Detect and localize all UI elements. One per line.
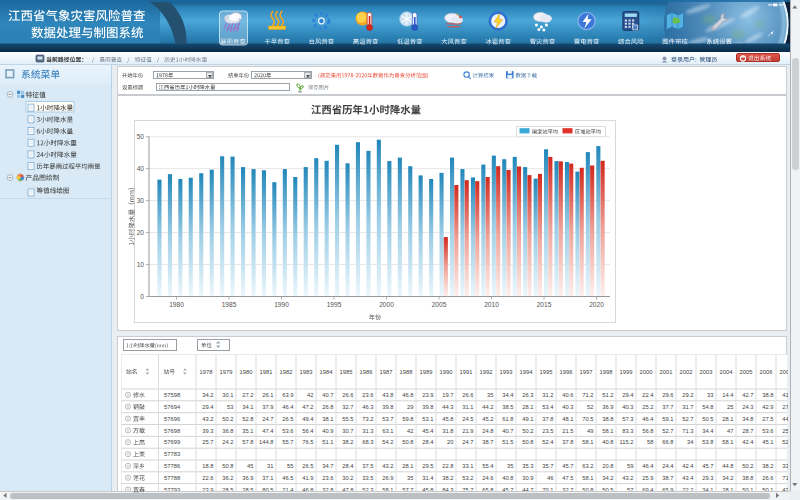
svg-text:43.8: 43.8 — [382, 392, 393, 398]
svg-text:63.2: 63.2 — [582, 463, 593, 469]
svg-text:41.2: 41.2 — [782, 392, 788, 398]
svg-text:2000: 2000 — [379, 301, 394, 308]
svg-text:34.7: 34.7 — [322, 463, 333, 469]
svg-text:36.2: 36.2 — [222, 475, 233, 481]
svg-text:57786: 57786 — [164, 463, 180, 469]
svg-text:26.6: 26.6 — [762, 475, 773, 481]
svg-text:1980: 1980 — [169, 301, 184, 308]
svg-text:29.2: 29.2 — [682, 392, 693, 398]
svg-text:23.5: 23.5 — [542, 428, 553, 434]
svg-text:50.8: 50.8 — [222, 463, 233, 469]
svg-text:22.6: 22.6 — [202, 475, 213, 481]
svg-text:50: 50 — [137, 133, 145, 140]
svg-text:33.5: 33.5 — [782, 463, 788, 469]
svg-text:57699: 57699 — [164, 439, 180, 445]
svg-text:57698: 57698 — [164, 428, 180, 434]
svg-text:57.8: 57.8 — [242, 439, 253, 445]
svg-text:42.4: 42.4 — [742, 439, 754, 445]
svg-text:1979: 1979 — [220, 369, 233, 375]
svg-text:28.7: 28.7 — [742, 428, 753, 434]
svg-text:2001: 2001 — [660, 369, 673, 375]
svg-text:47: 47 — [727, 428, 733, 434]
svg-text:1993: 1993 — [500, 369, 513, 375]
svg-text:24.4: 24.4 — [662, 463, 674, 469]
svg-text:66.8: 66.8 — [662, 439, 673, 445]
svg-text:21.9: 21.9 — [462, 428, 473, 434]
svg-text:32.7: 32.7 — [342, 404, 353, 410]
svg-text:39.8: 39.8 — [382, 404, 393, 410]
svg-text:52.4: 52.4 — [542, 439, 554, 445]
svg-text:1987: 1987 — [380, 369, 393, 375]
svg-text:34: 34 — [687, 439, 694, 445]
svg-text:58.1: 58.1 — [582, 475, 593, 481]
svg-text:31: 31 — [267, 463, 273, 469]
svg-text:36.8: 36.8 — [222, 428, 233, 434]
svg-text:1989: 1989 — [420, 369, 433, 375]
svg-text:1999: 1999 — [620, 369, 633, 375]
svg-text:37.8: 37.8 — [542, 416, 553, 422]
svg-text:26.5: 26.5 — [282, 416, 293, 422]
svg-text:29.4: 29.4 — [622, 392, 634, 398]
svg-text:30.2: 30.2 — [342, 475, 353, 481]
svg-text:46.4: 46.4 — [282, 404, 294, 410]
svg-text:29.4: 29.4 — [202, 404, 214, 410]
svg-text:44.3: 44.3 — [442, 404, 453, 410]
svg-text:10: 10 — [137, 261, 145, 268]
svg-text:35: 35 — [487, 392, 493, 398]
svg-text:1983: 1983 — [300, 369, 313, 375]
svg-text:39.8: 39.8 — [422, 404, 433, 410]
svg-text:55.7: 55.7 — [282, 439, 293, 445]
svg-text:28.4: 28.4 — [422, 439, 434, 445]
svg-text:31.7: 31.7 — [682, 404, 693, 410]
svg-text:53.1: 53.1 — [422, 416, 433, 422]
svg-text:36.9: 36.9 — [602, 404, 613, 410]
svg-text:30.1: 30.1 — [222, 392, 233, 398]
svg-text:55.4: 55.4 — [482, 463, 494, 469]
svg-text:38.1: 38.1 — [322, 416, 333, 422]
svg-text:58.1: 58.1 — [602, 428, 613, 434]
svg-text:1981: 1981 — [260, 369, 273, 375]
svg-text:1984: 1984 — [320, 369, 334, 375]
svg-text:38.2: 38.2 — [342, 439, 353, 445]
svg-text:26.1: 26.1 — [262, 392, 273, 398]
svg-text:52.7: 52.7 — [662, 428, 673, 434]
svg-text:28.1: 28.1 — [522, 404, 533, 410]
svg-text:47.4: 47.4 — [262, 428, 274, 434]
svg-text:1986: 1986 — [360, 369, 373, 375]
svg-text:43.2: 43.2 — [622, 475, 633, 481]
svg-text:57598: 57598 — [164, 392, 180, 398]
svg-text:51.5: 51.5 — [502, 439, 513, 445]
svg-text:34.1: 34.1 — [242, 404, 253, 410]
svg-text:43.4: 43.4 — [682, 475, 694, 481]
svg-text:40.8: 40.8 — [502, 475, 513, 481]
svg-text:23.9: 23.9 — [422, 392, 433, 398]
svg-text:29.5: 29.5 — [422, 463, 433, 469]
svg-text:45.8: 45.8 — [442, 416, 453, 422]
svg-text:22.8: 22.8 — [442, 463, 453, 469]
svg-text:36.9: 36.9 — [242, 475, 253, 481]
svg-text:34.2: 34.2 — [722, 475, 733, 481]
svg-text:24.5: 24.5 — [462, 416, 473, 422]
svg-text:40.9: 40.9 — [322, 428, 333, 434]
svg-text:42.7: 42.7 — [742, 392, 753, 398]
svg-text:26.9: 26.9 — [382, 475, 393, 481]
svg-text:25.4: 25.4 — [782, 428, 788, 434]
svg-text:115.2: 115.2 — [619, 439, 633, 445]
svg-text:34.2: 34.2 — [602, 475, 613, 481]
svg-text:26.6: 26.6 — [342, 392, 353, 398]
svg-text:57788: 57788 — [164, 475, 180, 481]
svg-text:52.7: 52.7 — [682, 416, 693, 422]
svg-text:46.8: 46.8 — [402, 392, 413, 398]
svg-text:45.4: 45.4 — [422, 428, 434, 434]
svg-text:38.7: 38.7 — [482, 439, 493, 445]
svg-text:23.6: 23.6 — [322, 475, 333, 481]
svg-text:46.4: 46.4 — [642, 463, 654, 469]
svg-text:1982: 1982 — [280, 369, 293, 375]
svg-text:34.4: 34.4 — [502, 392, 514, 398]
svg-text:35: 35 — [507, 463, 513, 469]
svg-text:2007: 2007 — [780, 369, 788, 375]
svg-text:35: 35 — [407, 475, 413, 481]
svg-text:42: 42 — [307, 392, 313, 398]
svg-text:40.7: 40.7 — [502, 428, 513, 434]
svg-text:54.2: 54.2 — [382, 439, 393, 445]
